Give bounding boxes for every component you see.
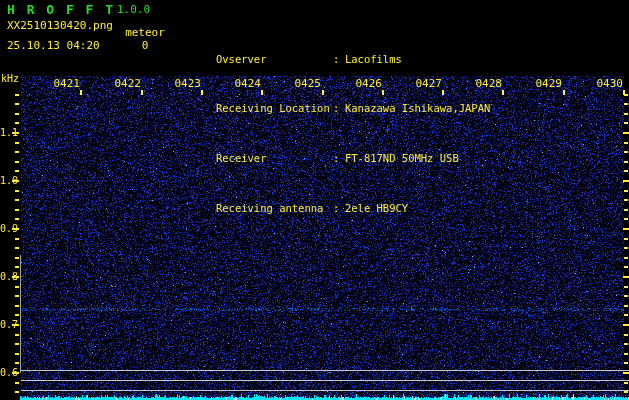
- info-row-observer: Ovserver:Lacofilms: [178, 42, 490, 54]
- info-separator: :: [333, 103, 345, 115]
- info-label: Ovserver: [216, 54, 333, 66]
- observation-datetime: 25.10.13 04:20: [7, 40, 100, 52]
- x-tick-label: 0428: [472, 78, 502, 90]
- y-tick-label: 1.0: [0, 175, 14, 187]
- info-label: Receiving antenna: [216, 203, 333, 215]
- info-row-antenna: Receiving antenna:2ele HB9CY: [178, 191, 490, 203]
- info-separator: :: [333, 54, 345, 66]
- x-tick-label: 0430: [593, 78, 623, 90]
- meteor-counter-value: 0: [118, 40, 172, 52]
- y-axis-unit-label: kHz: [1, 73, 19, 85]
- app-title: H R O F F T: [7, 2, 115, 17]
- x-tick-label: 0429: [532, 78, 562, 90]
- x-tick-label: 0422: [111, 78, 141, 90]
- info-row-location: Receiving Location:Kanazawa Ishikawa,JAP…: [178, 92, 490, 104]
- y-tick-label: 0.9: [0, 223, 14, 235]
- info-label: Receiver: [216, 153, 333, 165]
- hrofft-window: H R O F F T 1.0.0 XX2510130420.png meteo…: [0, 0, 629, 400]
- info-separator: :: [333, 203, 345, 215]
- output-filename: XX2510130420.png: [7, 20, 113, 32]
- info-value: Kanazawa Ishikawa,JAPAN: [345, 103, 490, 115]
- y-tick-label: 0.7: [0, 319, 14, 331]
- info-value: FT-817ND 50MHz USB: [345, 153, 459, 165]
- info-value: Lacofilms: [345, 54, 402, 66]
- x-tick-label: 0425: [291, 78, 321, 90]
- info-row-receiver: Receiver:FT-817ND 50MHz USB: [178, 141, 490, 153]
- x-tick-label: 0421: [50, 78, 80, 90]
- x-tick-label: 0424: [231, 78, 261, 90]
- x-tick-label: 0427: [412, 78, 442, 90]
- y-tick-label: 1.1: [0, 127, 14, 139]
- app-version: 1.0.0: [117, 4, 150, 16]
- meteor-counter-label: meteor: [118, 27, 172, 39]
- x-tick-label: 0423: [171, 78, 201, 90]
- info-value: 2ele HB9CY: [345, 203, 408, 215]
- observation-info: Ovserver:Lacofilms Receiving Location:Ka…: [178, 4, 490, 241]
- y-tick-label: 0.6: [0, 367, 14, 379]
- info-separator: :: [333, 153, 345, 165]
- y-tick-label: 0.8: [0, 271, 14, 283]
- x-tick-label: 0426: [352, 78, 382, 90]
- info-label: Receiving Location: [216, 103, 333, 115]
